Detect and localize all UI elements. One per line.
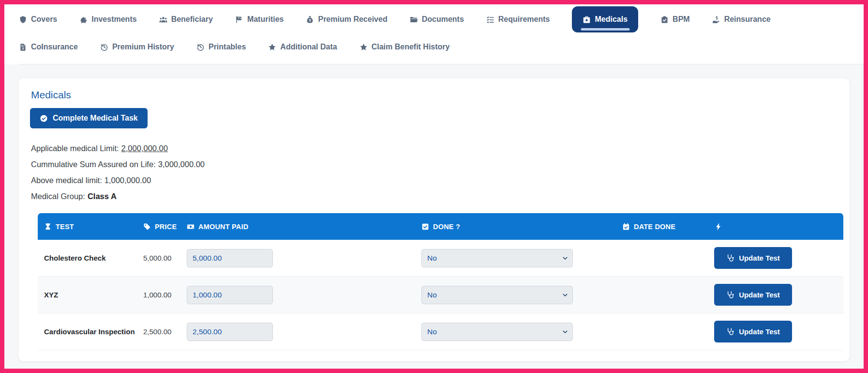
test-name: Cholestero Check <box>38 240 137 277</box>
done-select[interactable]: No <box>421 323 573 341</box>
tasks-icon <box>486 16 494 24</box>
bolt-icon <box>714 222 723 231</box>
folder-open-icon <box>410 16 418 24</box>
tab-requirements[interactable]: Requirements <box>486 15 550 24</box>
update-test-button[interactable]: Update Test <box>714 284 792 306</box>
users-icon <box>159 16 167 24</box>
tab-label: Beneficiary <box>171 15 213 24</box>
col-header-done: DONE ? <box>415 213 616 240</box>
table-header-row: TEST PRICE AMOUNT PAID DONE ? DATE DONE <box>38 213 843 240</box>
tab-row-1: Covers Investments Beneficiary Maturitie… <box>19 4 864 34</box>
tab-printables[interactable]: Printables <box>196 43 246 51</box>
tab-additional-data[interactable]: Additional Data <box>268 43 337 51</box>
update-test-label: Update Test <box>739 291 780 299</box>
hourglass-icon <box>44 223 52 231</box>
amount-paid-input[interactable] <box>187 249 273 267</box>
tab-label: Printables <box>209 43 246 51</box>
tab-maturities[interactable]: Maturities <box>235 15 284 24</box>
date-done-cell <box>616 277 708 313</box>
table-row: Cardiovascular Inspection 2,500.00 No <box>38 313 843 350</box>
above-medical-limit: Above medical limit:1,000,000.00 <box>31 172 838 188</box>
tab-label: Medicals <box>595 15 628 24</box>
star-icon <box>359 43 368 51</box>
done-select-wrapper: No <box>421 323 573 341</box>
tab-premium-history[interactable]: Premium History <box>100 43 174 51</box>
tab-row-2: $ CoInsurance Premium History Printables… <box>19 34 864 60</box>
col-header-price: PRICE <box>137 213 180 240</box>
medical-info-block: Applicable medical Limit:2,000,000.00 Cu… <box>31 140 838 204</box>
amount-paid-input[interactable] <box>187 286 273 304</box>
money-bill-icon <box>187 223 195 231</box>
active-tab-underline <box>581 28 629 31</box>
medicals-panel: Medicals Complete Medical Task Applicabl… <box>18 78 850 362</box>
tab-label: Maturities <box>247 15 284 24</box>
shield-icon <box>19 16 27 24</box>
check-circle-icon <box>40 114 48 123</box>
history-icon <box>100 43 108 51</box>
tab-label: Investments <box>91 15 136 24</box>
page-title: Medicals <box>31 89 838 101</box>
table-row: Cholestero Check 5,000.00 No <box>38 240 843 277</box>
test-price: 2,500.00 <box>137 313 180 350</box>
tab-label: BPM <box>673 15 690 24</box>
update-test-label: Update Test <box>739 254 780 262</box>
tab-label: CoInsurance <box>31 43 78 51</box>
tab-documents[interactable]: Documents <box>410 15 464 24</box>
flag-checkered-icon <box>235 16 243 24</box>
tab-label: Premium History <box>112 43 174 51</box>
table-row: XYZ 1,000.00 No <box>38 277 843 313</box>
medical-briefcase-icon <box>583 16 591 24</box>
tab-label: Additional Data <box>280 43 337 51</box>
done-select[interactable]: No <box>421 249 573 267</box>
tab-beneficiary[interactable]: Beneficiary <box>159 15 213 24</box>
test-price: 5,000.00 <box>137 240 180 277</box>
file-invoice-dollar-icon: $ <box>19 43 27 51</box>
done-select[interactable]: No <box>421 286 573 304</box>
cumulative-sum-assured: Cummulative Sum Assured on Life:3,000,00… <box>31 156 838 172</box>
star-icon <box>268 43 276 51</box>
history-icon <box>196 43 205 51</box>
tab-label: Claim Benefit History <box>372 43 450 51</box>
complete-medical-task-button[interactable]: Complete Medical Task <box>30 108 148 128</box>
tab-reinsurance[interactable]: Reinsurance <box>712 15 771 24</box>
medical-group: Medical Group:Class A <box>31 188 838 204</box>
medical-tests-table-wrapper: TEST PRICE AMOUNT PAID DONE ? DATE DONE … <box>38 213 838 350</box>
piggy-bank-icon <box>79 16 88 24</box>
tab-investments[interactable]: Investments <box>79 15 136 24</box>
clipboard-check-icon <box>660 16 669 24</box>
complete-button-label: Complete Medical Task <box>53 114 138 123</box>
amount-paid-input[interactable] <box>187 323 273 341</box>
col-header-date-done: DATE DONE <box>616 213 708 240</box>
tab-label: Reinsurance <box>724 15 771 24</box>
col-header-amount-paid: AMOUNT PAID <box>180 213 415 240</box>
calendar-check-icon <box>622 223 630 231</box>
col-header-test: TEST <box>38 213 137 240</box>
stethoscope-icon <box>726 291 734 299</box>
update-test-button[interactable]: Update Test <box>714 247 792 269</box>
tab-label: Documents <box>422 15 464 24</box>
tag-icon <box>143 223 151 231</box>
test-name: Cardiovascular Inspection <box>38 313 137 350</box>
tab-bpm[interactable]: BPM <box>660 15 690 24</box>
update-test-button[interactable]: Update Test <box>714 321 792 342</box>
applicable-medical-limit: Applicable medical Limit:2,000,000.00 <box>31 140 838 156</box>
main-area: Medicals Complete Medical Task Applicabl… <box>4 64 864 373</box>
done-select-wrapper: No <box>421 249 573 267</box>
tab-medicals-active[interactable]: Medicals <box>572 6 638 32</box>
test-name: XYZ <box>38 277 137 313</box>
tab-coinsurance[interactable]: $ CoInsurance <box>19 43 78 51</box>
tab-premium-received[interactable]: $ Premium Received <box>306 15 387 24</box>
date-done-cell <box>616 313 708 350</box>
money-bag-icon: $ <box>306 16 314 24</box>
tab-label: Covers <box>31 15 57 24</box>
hand-holding-dollar-icon <box>712 16 720 24</box>
tab-covers[interactable]: Covers <box>19 15 57 24</box>
test-price: 1,000.00 <box>137 277 180 313</box>
date-done-cell <box>616 240 708 277</box>
done-select-wrapper: No <box>421 286 573 304</box>
update-test-label: Update Test <box>739 327 780 336</box>
tab-label: Premium Received <box>318 15 387 24</box>
tab-claim-benefit-history[interactable]: Claim Benefit History <box>359 43 450 51</box>
check-square-icon <box>421 223 429 231</box>
stethoscope-icon <box>726 254 734 262</box>
